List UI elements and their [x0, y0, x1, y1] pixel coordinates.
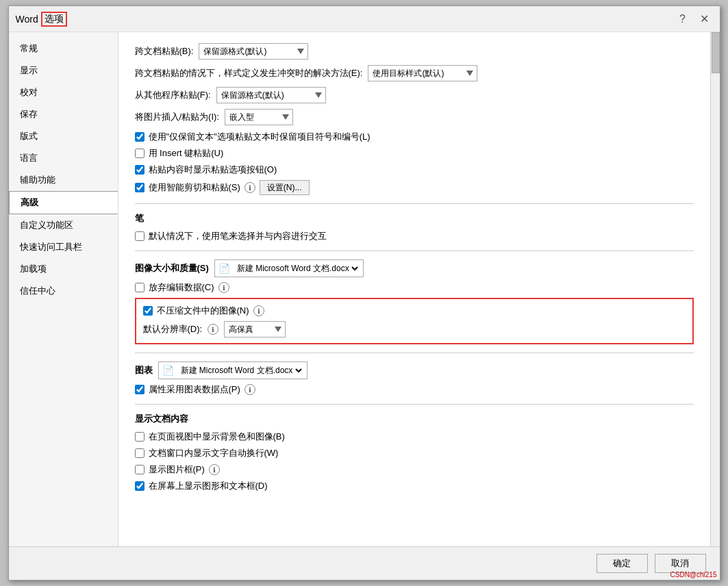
divider-2 — [135, 251, 694, 251]
insert-image-label: 将图片插入/粘贴为(I): — [135, 111, 220, 123]
image-quality-doc-select[interactable]: 新建 Microsoft Word 文档.docx — [234, 263, 360, 274]
paste-row-4: 将图片插入/粘贴为(I): 嵌入型 — [135, 109, 694, 125]
help-button[interactable]: ? — [675, 11, 691, 27]
chart-data-points-checkbox[interactable] — [135, 385, 145, 394]
sidebar-item-trust-center[interactable]: 信任中心 — [9, 280, 118, 302]
chart-header: 图表 📄 新建 Microsoft Word 文档.docx — [135, 361, 694, 379]
doc-icon-image: 📄 — [218, 262, 231, 275]
pen-section: 笔 默认情况下，使用笔来选择并与内容进行交互 — [135, 212, 694, 242]
chart-title: 图表 — [135, 364, 153, 377]
divider-3 — [135, 353, 694, 353]
show-background-row: 在页面视图中显示背景色和图像(B) — [135, 431, 694, 443]
keep-bullets-label[interactable]: 使用"仅保留文本"选项粘贴文本时保留项目符号和编号(L) — [149, 131, 371, 143]
cancel-button[interactable]: 取消 — [655, 554, 706, 573]
show-image-frame-row: 显示图片框(P) ℹ — [135, 463, 694, 476]
chart-doc-select[interactable]: 新建 Microsoft Word 文档.docx — [178, 365, 304, 376]
sidebar-item-save[interactable]: 保存 — [9, 103, 118, 125]
use-insert-key-checkbox[interactable] — [135, 149, 145, 158]
scrollbar-thumb[interactable] — [712, 32, 720, 73]
main-content: 跨文档粘贴(B): 保留源格式(默认) 跨文档粘贴的情况下，样式定义发生冲突时的… — [118, 32, 710, 546]
show-shapes-label[interactable]: 在屏幕上显示图形和文本框(D) — [149, 480, 268, 492]
other-program-paste-select[interactable]: 保留源格式(默认) — [216, 87, 326, 103]
cross-doc-paste-select[interactable]: 保留源格式(默认) — [199, 43, 308, 60]
sidebar-item-general[interactable]: 常规 — [9, 38, 118, 60]
discard-edit-label[interactable]: 放弃编辑数据(C) — [149, 281, 214, 294]
chart-doc-select-wrapper: 📄 新建 Microsoft Word 文档.docx — [158, 361, 307, 379]
show-background-checkbox[interactable] — [135, 432, 145, 442]
insert-image-select[interactable]: 嵌入型 — [225, 109, 293, 125]
display-doc-content-title: 显示文档内容 — [135, 413, 694, 425]
show-image-frame-label[interactable]: 显示图片框(P) — [149, 463, 205, 476]
image-frame-info-icon[interactable]: ℹ — [209, 464, 220, 475]
title-bar-right: ? ✕ — [675, 11, 713, 27]
discard-edit-info-icon[interactable]: ℹ — [218, 282, 229, 293]
resolution-info-icon[interactable]: ℹ — [208, 324, 218, 335]
show-text-wrap-checkbox[interactable] — [135, 448, 145, 458]
show-background-label[interactable]: 在页面视图中显示背景色和图像(B) — [149, 431, 285, 443]
no-compress-row: 不压缩文件中的图像(N) ℹ — [143, 305, 686, 317]
sidebar-item-advanced[interactable]: 高级 — [9, 191, 118, 214]
settings-button[interactable]: 设置(N)... — [260, 180, 310, 195]
highlight-box: 不压缩文件中的图像(N) ℹ 默认分辨率(D): ℹ 高保真 220 ppi 1… — [135, 298, 694, 344]
discard-edit-row: 放弃编辑数据(C) ℹ — [135, 281, 694, 294]
sidebar-item-quick-access[interactable]: 快速访问工具栏 — [9, 236, 118, 258]
doc-icon-chart: 📄 — [162, 364, 175, 377]
display-doc-content-section: 显示文档内容 在页面视图中显示背景色和图像(B) 文档窗口内显示文字自动换行(W… — [135, 413, 694, 492]
use-pen-row: 默认情况下，使用笔来选择并与内容进行交互 — [135, 230, 694, 242]
use-insert-key-label[interactable]: 用 Insert 键粘贴(U) — [149, 147, 224, 160]
scrollbar-track[interactable] — [710, 32, 720, 546]
show-paste-options-label[interactable]: 粘贴内容时显示粘贴选项按钮(O) — [149, 164, 277, 176]
smart-cut-paste-checkbox[interactable] — [135, 183, 145, 192]
resolution-select[interactable]: 高保真 220 ppi 150 ppi 96 ppi — [224, 321, 286, 337]
image-quality-header: 图像大小和质量(S) 📄 新建 Microsoft Word 文档.docx — [135, 259, 694, 277]
show-text-wrap-row: 文档窗口内显示文字自动换行(W) — [135, 447, 694, 459]
paste-row-1: 跨文档粘贴(B): 保留源格式(默认) — [135, 43, 694, 60]
show-paste-options-checkbox[interactable] — [135, 165, 145, 175]
smart-cut-paste-row: 使用智能剪切和粘贴(S) ℹ 设置(N)... — [135, 180, 694, 195]
no-compress-info-icon[interactable]: ℹ — [253, 305, 264, 316]
divider-4 — [135, 404, 694, 405]
show-shapes-row: 在屏幕上显示图形和文本框(D) — [135, 480, 694, 492]
show-shapes-checkbox[interactable] — [135, 481, 145, 491]
cross-doc-paste-label: 跨文档粘贴(B): — [135, 45, 194, 58]
dialog-footer: 确定 取消 CSDN@chi215 — [9, 546, 720, 580]
use-pen-checkbox[interactable] — [135, 231, 145, 241]
sidebar-item-customize-ribbon[interactable]: 自定义功能区 — [9, 214, 118, 236]
use-pen-label[interactable]: 默认情况下，使用笔来选择并与内容进行交互 — [149, 230, 327, 242]
dialog-name: 选项 — [41, 12, 67, 27]
sidebar-item-accessibility[interactable]: 辅助功能 — [9, 169, 118, 191]
paste-row-2: 跨文档粘贴的情况下，样式定义发生冲突时的解决方法(E): 使用目标样式(默认) — [135, 65, 694, 81]
image-quality-title: 图像大小和质量(S) — [135, 262, 209, 275]
other-program-paste-label: 从其他程序粘贴(F): — [135, 89, 211, 101]
ok-button[interactable]: 确定 — [597, 554, 648, 573]
show-image-frame-checkbox[interactable] — [135, 465, 145, 474]
chart-data-points-label[interactable]: 属性采用图表数据点(P) — [149, 383, 240, 396]
resolution-label: 默认分辨率(D): — [143, 323, 203, 335]
cross-doc-conflict-select[interactable]: 使用目标样式(默认) — [368, 65, 477, 81]
divider-1 — [135, 203, 694, 204]
resolution-row: 默认分辨率(D): ℹ 高保真 220 ppi 150 ppi 96 ppi — [143, 321, 686, 337]
sidebar-item-language[interactable]: 语言 — [9, 147, 118, 169]
chart-data-points-row: 属性采用图表数据点(P) ℹ — [135, 383, 694, 396]
no-compress-checkbox[interactable] — [143, 306, 153, 316]
title-bar: Word 选项 ? ✕ — [9, 6, 720, 32]
keep-bullets-checkbox[interactable] — [135, 132, 145, 142]
sidebar-item-proofing[interactable]: 校对 — [9, 81, 118, 103]
chart-section: 图表 📄 新建 Microsoft Word 文档.docx 属性采用图表数据点… — [135, 361, 694, 396]
cross-doc-conflict-label: 跨文档粘贴的情况下，样式定义发生冲突时的解决方法(E): — [135, 67, 363, 79]
sidebar-item-addins[interactable]: 加载项 — [9, 258, 118, 280]
smart-cut-paste-label[interactable]: 使用智能剪切和粘贴(S) — [149, 181, 240, 194]
sidebar: 常规 显示 校对 保存 版式 语言 辅助功能 高级 自定义功能区 快速访问工具栏… — [9, 32, 118, 546]
discard-edit-checkbox[interactable] — [135, 283, 145, 292]
show-paste-options-row: 粘贴内容时显示粘贴选项按钮(O) — [135, 164, 694, 176]
sidebar-item-display[interactable]: 显示 — [9, 60, 118, 81]
watermark: CSDN@chi215 — [670, 571, 717, 578]
chart-data-info-icon[interactable]: ℹ — [244, 384, 255, 395]
close-button[interactable]: ✕ — [696, 11, 713, 27]
no-compress-label[interactable]: 不压缩文件中的图像(N) — [157, 305, 249, 317]
pen-section-title: 笔 — [135, 212, 694, 225]
show-text-wrap-label[interactable]: 文档窗口内显示文字自动换行(W) — [149, 447, 279, 459]
sidebar-item-layout[interactable]: 版式 — [9, 125, 118, 147]
keep-bullets-row: 使用"仅保留文本"选项粘贴文本时保留项目符号和编号(L) — [135, 131, 694, 143]
smart-cut-info-icon[interactable]: ℹ — [244, 182, 255, 193]
